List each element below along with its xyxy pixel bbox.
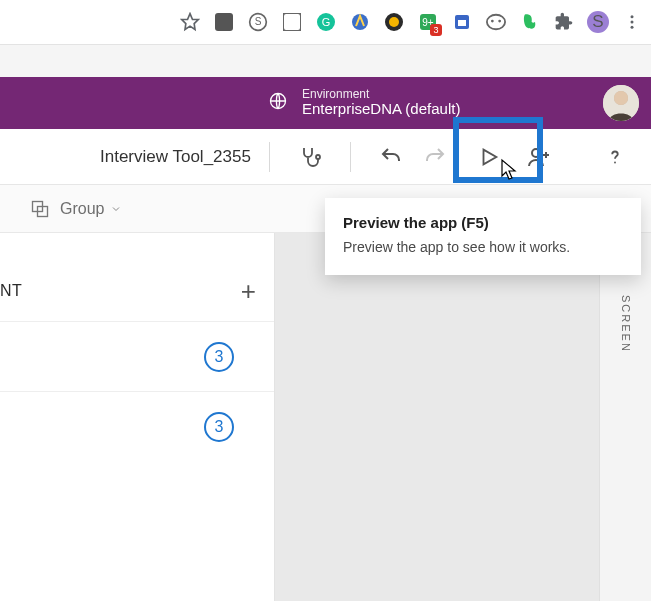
count-badge: 3 xyxy=(204,412,234,442)
redo-icon[interactable] xyxy=(419,141,451,173)
skype-icon[interactable]: S xyxy=(247,11,269,33)
add-button[interactable]: + xyxy=(241,276,256,307)
list-item[interactable]: 3 xyxy=(0,321,274,391)
canvas-area: NT + 3 3 SCREEN xyxy=(0,233,651,601)
environment-selector[interactable]: Environment EnterpriseDNA (default) xyxy=(302,88,460,118)
ext-icon-2[interactable] xyxy=(281,11,303,33)
ext-icon-3[interactable] xyxy=(349,11,371,33)
user-avatar[interactable] xyxy=(603,85,639,121)
environment-label: Environment xyxy=(302,88,460,101)
left-panel: NT + 3 3 xyxy=(0,233,275,601)
svg-point-24 xyxy=(316,155,320,159)
svg-rect-13 xyxy=(458,20,466,26)
evernote-icon[interactable] xyxy=(519,11,541,33)
svg-text:G: G xyxy=(322,16,331,28)
environment-name: EnterpriseDNA (default) xyxy=(302,101,460,118)
ext-icon-5[interactable]: 9+ 3 xyxy=(417,11,439,33)
svg-point-14 xyxy=(487,15,505,30)
svg-point-18 xyxy=(631,21,634,24)
share-icon[interactable] xyxy=(523,141,555,173)
spacer xyxy=(0,45,651,77)
tooltip: Preview the app (F5) Preview the app to … xyxy=(325,198,641,275)
browser-toolbar: S G 9+ 3 S xyxy=(0,0,651,45)
svg-rect-1 xyxy=(215,13,233,31)
undo-icon[interactable] xyxy=(375,141,407,173)
stethoscope-icon[interactable] xyxy=(294,141,326,173)
svg-point-23 xyxy=(614,91,628,105)
svg-point-15 xyxy=(491,20,494,23)
ext-icon-4[interactable] xyxy=(383,11,405,33)
ext-icon-1[interactable] xyxy=(213,11,235,33)
help-icon[interactable] xyxy=(599,141,631,173)
group-icon[interactable] xyxy=(30,199,50,219)
svg-point-9 xyxy=(389,17,399,27)
app-toolbar: Interview Tool_2355 xyxy=(0,129,651,185)
svg-text:S: S xyxy=(255,16,262,27)
svg-marker-25 xyxy=(483,149,496,164)
globe-icon xyxy=(268,91,288,115)
extensions-icon[interactable] xyxy=(553,11,575,33)
star-icon[interactable] xyxy=(179,11,201,33)
group-button[interactable]: Group xyxy=(60,200,122,218)
svg-point-16 xyxy=(498,20,501,23)
svg-rect-4 xyxy=(283,13,301,31)
tooltip-title: Preview the app (F5) xyxy=(343,214,623,231)
right-rail: SCREEN xyxy=(599,233,651,601)
ext-icon-6[interactable] xyxy=(451,11,473,33)
kebab-menu-icon[interactable] xyxy=(621,11,643,33)
grammarly-icon[interactable]: G xyxy=(315,11,337,33)
profile-avatar[interactable]: S xyxy=(587,11,609,33)
svg-point-26 xyxy=(532,149,540,157)
environment-bar: Environment EnterpriseDNA (default) xyxy=(0,77,651,129)
preview-play-icon[interactable] xyxy=(473,141,505,173)
svg-marker-0 xyxy=(182,14,199,30)
tooltip-body: Preview the app to see how it works. xyxy=(343,239,623,255)
separator xyxy=(269,142,270,172)
count-badge: 3 xyxy=(204,342,234,372)
ext-icon-7[interactable] xyxy=(485,11,507,33)
svg-point-27 xyxy=(614,161,616,163)
profile-initial: S xyxy=(592,12,603,32)
group-label: Group xyxy=(60,200,104,218)
chevron-down-icon xyxy=(110,203,122,215)
svg-point-17 xyxy=(631,15,634,18)
panel-header: NT + xyxy=(0,261,274,321)
rail-label[interactable]: SCREEN xyxy=(620,295,632,353)
svg-point-19 xyxy=(631,26,634,29)
separator xyxy=(350,142,351,172)
panel-heading: NT xyxy=(0,282,22,300)
list-item[interactable]: 3 xyxy=(0,391,274,461)
app-title: Interview Tool_2355 xyxy=(100,147,251,167)
